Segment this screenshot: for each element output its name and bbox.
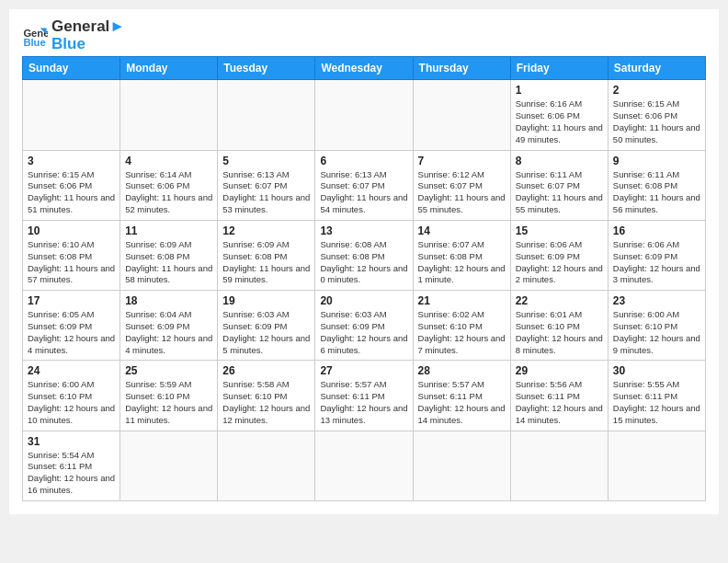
logo: General Blue General► Blue [22, 18, 125, 52]
calendar-cell: 1Sunrise: 6:16 AM Sunset: 6:06 PM Daylig… [510, 80, 608, 150]
day-number: 30 [613, 364, 700, 377]
calendar-cell: 22Sunrise: 6:01 AM Sunset: 6:10 PM Dayli… [510, 291, 608, 361]
day-number: 16 [613, 224, 700, 237]
day-number: 3 [28, 155, 115, 167]
day-number: 18 [125, 294, 212, 307]
day-number: 2 [613, 84, 700, 97]
header-monday: Monday [120, 57, 218, 80]
day-info: Sunrise: 6:13 AM Sunset: 6:07 PM Dayligh… [222, 169, 310, 216]
calendar-cell [510, 431, 608, 500]
calendar-cell: 21Sunrise: 6:02 AM Sunset: 6:10 PM Dayli… [413, 291, 510, 361]
day-info: Sunrise: 6:11 AM Sunset: 6:07 PM Dayligh… [516, 169, 603, 216]
calendar-cell: 5Sunrise: 6:13 AM Sunset: 6:07 PM Daylig… [218, 150, 315, 220]
day-number: 31 [28, 435, 115, 448]
day-number: 6 [320, 155, 407, 167]
calendar-cell: 16Sunrise: 6:06 AM Sunset: 6:09 PM Dayli… [608, 220, 705, 290]
calendar-cell [23, 80, 120, 150]
day-info: Sunrise: 6:05 AM Sunset: 6:09 PM Dayligh… [28, 309, 115, 356]
week-row-6: 31Sunrise: 5:54 AM Sunset: 6:11 PM Dayli… [23, 431, 706, 500]
day-info: Sunrise: 6:00 AM Sunset: 6:10 PM Dayligh… [28, 379, 115, 426]
header: General Blue General► Blue [22, 18, 706, 52]
day-number: 22 [516, 294, 603, 307]
day-number: 4 [125, 155, 212, 167]
day-number: 12 [222, 224, 310, 237]
logo-blue-text: Blue [51, 36, 125, 53]
day-info: Sunrise: 6:15 AM Sunset: 6:06 PM Dayligh… [28, 169, 115, 216]
calendar-cell: 23Sunrise: 6:00 AM Sunset: 6:10 PM Dayli… [608, 291, 705, 361]
day-info: Sunrise: 6:06 AM Sunset: 6:09 PM Dayligh… [613, 239, 700, 286]
day-info: Sunrise: 6:01 AM Sunset: 6:10 PM Dayligh… [516, 309, 603, 356]
day-info: Sunrise: 6:16 AM Sunset: 6:06 PM Dayligh… [516, 98, 603, 145]
calendar-cell: 31Sunrise: 5:54 AM Sunset: 6:11 PM Dayli… [23, 431, 120, 500]
calendar-cell [218, 80, 315, 150]
week-row-1: 1Sunrise: 6:16 AM Sunset: 6:06 PM Daylig… [23, 80, 706, 150]
calendar-cell: 28Sunrise: 5:57 AM Sunset: 6:11 PM Dayli… [413, 361, 510, 431]
day-info: Sunrise: 6:09 AM Sunset: 6:08 PM Dayligh… [222, 239, 310, 286]
day-info: Sunrise: 5:54 AM Sunset: 6:11 PM Dayligh… [28, 450, 115, 497]
calendar-cell: 13Sunrise: 6:08 AM Sunset: 6:08 PM Dayli… [315, 220, 413, 290]
day-info: Sunrise: 6:11 AM Sunset: 6:08 PM Dayligh… [613, 169, 700, 216]
day-number: 9 [613, 155, 700, 167]
day-info: Sunrise: 6:10 AM Sunset: 6:08 PM Dayligh… [28, 239, 115, 286]
calendar-cell: 19Sunrise: 6:03 AM Sunset: 6:09 PM Dayli… [218, 291, 315, 361]
calendar-cell [315, 80, 413, 150]
calendar-cell: 29Sunrise: 5:56 AM Sunset: 6:11 PM Dayli… [510, 361, 608, 431]
calendar-cell [413, 80, 510, 150]
day-info: Sunrise: 5:57 AM Sunset: 6:11 PM Dayligh… [418, 379, 506, 426]
calendar-cell: 25Sunrise: 5:59 AM Sunset: 6:10 PM Dayli… [120, 361, 218, 431]
day-number: 21 [418, 294, 506, 307]
calendar-cell [120, 431, 218, 500]
calendar-cell: 14Sunrise: 6:07 AM Sunset: 6:08 PM Dayli… [413, 220, 510, 290]
day-info: Sunrise: 6:02 AM Sunset: 6:10 PM Dayligh… [418, 309, 506, 356]
week-row-4: 17Sunrise: 6:05 AM Sunset: 6:09 PM Dayli… [23, 291, 706, 361]
logo-icon: General Blue [22, 23, 48, 49]
day-number: 23 [613, 294, 700, 307]
header-sunday: Sunday [23, 57, 120, 80]
day-number: 29 [516, 364, 603, 377]
calendar-cell [315, 431, 413, 500]
day-number: 28 [418, 364, 506, 377]
day-info: Sunrise: 5:57 AM Sunset: 6:11 PM Dayligh… [320, 379, 407, 426]
calendar-cell [608, 431, 705, 500]
day-number: 11 [125, 224, 212, 237]
calendar-cell: 7Sunrise: 6:12 AM Sunset: 6:07 PM Daylig… [413, 150, 510, 220]
calendar-cell: 24Sunrise: 6:00 AM Sunset: 6:10 PM Dayli… [23, 361, 120, 431]
calendar-cell: 17Sunrise: 6:05 AM Sunset: 6:09 PM Dayli… [23, 291, 120, 361]
day-info: Sunrise: 6:15 AM Sunset: 6:06 PM Dayligh… [613, 98, 700, 145]
day-number: 19 [222, 294, 310, 307]
day-number: 24 [28, 364, 115, 377]
day-number: 17 [28, 294, 115, 307]
day-info: Sunrise: 6:09 AM Sunset: 6:08 PM Dayligh… [125, 239, 212, 286]
day-info: Sunrise: 5:56 AM Sunset: 6:11 PM Dayligh… [516, 379, 603, 426]
calendar-cell: 6Sunrise: 6:13 AM Sunset: 6:07 PM Daylig… [315, 150, 413, 220]
calendar-cell: 10Sunrise: 6:10 AM Sunset: 6:08 PM Dayli… [23, 220, 120, 290]
calendar-cell [218, 431, 315, 500]
day-number: 7 [418, 155, 506, 167]
calendar-cell [413, 431, 510, 500]
day-info: Sunrise: 6:04 AM Sunset: 6:09 PM Dayligh… [125, 309, 212, 356]
day-info: Sunrise: 6:14 AM Sunset: 6:06 PM Dayligh… [125, 169, 212, 216]
calendar-page: General Blue General► Blue SundayMondayT… [9, 9, 719, 514]
calendar-cell: 27Sunrise: 5:57 AM Sunset: 6:11 PM Dayli… [315, 361, 413, 431]
header-saturday: Saturday [608, 57, 705, 80]
calendar-cell: 15Sunrise: 6:06 AM Sunset: 6:09 PM Dayli… [510, 220, 608, 290]
day-number: 8 [516, 155, 603, 167]
day-info: Sunrise: 6:08 AM Sunset: 6:08 PM Dayligh… [320, 239, 407, 286]
day-number: 5 [222, 155, 310, 167]
svg-text:Blue: Blue [23, 36, 45, 47]
calendar-cell: 8Sunrise: 6:11 AM Sunset: 6:07 PM Daylig… [510, 150, 608, 220]
calendar-cell: 26Sunrise: 5:58 AM Sunset: 6:10 PM Dayli… [218, 361, 315, 431]
calendar-cell: 20Sunrise: 6:03 AM Sunset: 6:09 PM Dayli… [315, 291, 413, 361]
weekday-header-row: SundayMondayTuesdayWednesdayThursdayFrid… [23, 57, 706, 80]
week-row-3: 10Sunrise: 6:10 AM Sunset: 6:08 PM Dayli… [23, 220, 706, 290]
week-row-2: 3Sunrise: 6:15 AM Sunset: 6:06 PM Daylig… [23, 150, 706, 220]
day-number: 27 [320, 364, 407, 377]
calendar-cell: 11Sunrise: 6:09 AM Sunset: 6:08 PM Dayli… [120, 220, 218, 290]
day-info: Sunrise: 6:03 AM Sunset: 6:09 PM Dayligh… [222, 309, 310, 356]
calendar-cell: 3Sunrise: 6:15 AM Sunset: 6:06 PM Daylig… [23, 150, 120, 220]
day-number: 14 [418, 224, 506, 237]
day-info: Sunrise: 6:06 AM Sunset: 6:09 PM Dayligh… [516, 239, 603, 286]
calendar-table: SundayMondayTuesdayWednesdayThursdayFrid… [22, 56, 706, 501]
calendar-cell: 18Sunrise: 6:04 AM Sunset: 6:09 PM Dayli… [120, 291, 218, 361]
day-info: Sunrise: 6:00 AM Sunset: 6:10 PM Dayligh… [613, 309, 700, 356]
